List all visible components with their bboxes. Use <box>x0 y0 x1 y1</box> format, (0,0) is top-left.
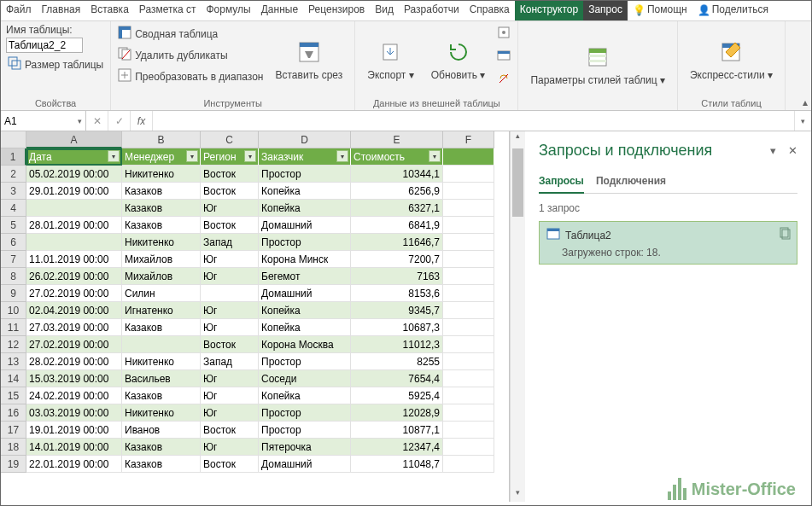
cell[interactable]: 27.03.2019 00:00 <box>26 319 122 336</box>
cell[interactable]: Казаков <box>122 387 201 404</box>
cell[interactable] <box>443 200 494 217</box>
row-header[interactable]: 11 <box>1 319 26 336</box>
name-box[interactable]: A1 ▾ <box>1 111 86 131</box>
filter-arrow-icon[interactable]: ▾ <box>429 150 441 162</box>
cell[interactable]: Корона Москва <box>259 336 351 353</box>
accept-formula-button[interactable]: ✓ <box>108 111 131 131</box>
cell[interactable] <box>443 183 494 200</box>
cell[interactable] <box>443 251 494 268</box>
tab-formulas[interactable]: Формулы <box>202 1 256 20</box>
cell[interactable]: 11012,3 <box>351 336 443 353</box>
row-header[interactable]: 4 <box>1 200 26 217</box>
queries-tab[interactable]: Запросы <box>539 172 584 194</box>
cell[interactable]: Простор <box>259 404 351 422</box>
table-header-cell[interactable]: Дата▾ <box>26 148 122 166</box>
row-header[interactable]: 17 <box>1 422 26 439</box>
tab-review[interactable]: Рецензиров <box>303 1 370 20</box>
convert-to-range-button[interactable]: Преобразовать в диапазон <box>116 67 265 86</box>
cell[interactable] <box>443 302 494 319</box>
scrollbar-thumb[interactable] <box>512 148 523 217</box>
cell[interactable]: 11646,7 <box>351 234 443 251</box>
cell[interactable]: Копейка <box>259 200 351 217</box>
query-item[interactable]: Таблица2 Загружено строк: 18. <box>539 221 797 265</box>
col-header-D[interactable]: D <box>259 131 351 148</box>
filter-arrow-icon[interactable]: ▾ <box>186 150 198 162</box>
export-button[interactable]: Экспорт ▾ <box>360 24 420 96</box>
resize-table-button[interactable]: Размер таблицы <box>6 55 105 74</box>
expand-formula-bar-button[interactable]: ▾ <box>794 111 811 131</box>
cell[interactable]: Восток <box>201 183 259 200</box>
cell[interactable]: Юг <box>201 439 259 456</box>
cell[interactable]: Восток <box>201 217 259 234</box>
cell[interactable]: 28.02.2019 00:00 <box>26 353 122 370</box>
cell[interactable]: 8153,6 <box>351 285 443 302</box>
cell[interactable]: Юг <box>201 302 259 319</box>
cell[interactable]: Михайлов <box>122 251 201 268</box>
cell[interactable]: Простор <box>259 234 351 251</box>
cell[interactable]: 11048,7 <box>351 456 443 473</box>
col-header-F[interactable]: F <box>443 131 494 148</box>
cell[interactable] <box>443 268 494 285</box>
cell[interactable]: 03.03.2019 00:00 <box>26 404 122 422</box>
cell[interactable]: 26.02.2019 00:00 <box>26 268 122 285</box>
cell[interactable]: 7654,4 <box>351 370 443 387</box>
cell[interactable]: Соседи <box>259 370 351 387</box>
table-name-input[interactable] <box>6 38 83 53</box>
cell[interactable] <box>443 285 494 302</box>
cell[interactable]: 27.02.2019 00:00 <box>26 285 122 302</box>
tab-share[interactable]: 👤Поделиться <box>692 1 774 20</box>
cell[interactable] <box>201 285 259 302</box>
cell[interactable]: Копейка <box>259 183 351 200</box>
tab-layout[interactable]: Разметка ст <box>134 1 202 20</box>
cell[interactable]: 19.01.2019 00:00 <box>26 422 122 439</box>
cell[interactable] <box>443 353 494 370</box>
cell[interactable]: Юг <box>201 319 259 336</box>
row-header[interactable]: 14 <box>1 370 26 387</box>
row-header[interactable]: 9 <box>1 285 26 302</box>
row-header[interactable]: 10 <box>1 302 26 319</box>
table-header-cell[interactable]: Менеджер▾ <box>122 148 201 166</box>
cell[interactable]: 8255 <box>351 353 443 370</box>
cell[interactable]: Казаков <box>122 217 201 234</box>
cell[interactable] <box>26 200 122 217</box>
cell[interactable]: Никитенко <box>122 234 201 251</box>
cell[interactable]: Запад <box>201 234 259 251</box>
cell[interactable]: 10687,3 <box>351 319 443 336</box>
cell[interactable] <box>443 439 494 456</box>
cell[interactable]: 14.01.2019 00:00 <box>26 439 122 456</box>
query-peek-icon[interactable] <box>778 227 792 243</box>
row-header[interactable]: 12 <box>1 336 26 353</box>
properties-button[interactable] <box>495 24 512 44</box>
row-header[interactable]: 15 <box>1 387 26 404</box>
tab-help[interactable]: Справка <box>464 1 515 20</box>
cell[interactable]: Корона Минск <box>259 251 351 268</box>
cell[interactable]: 6327,1 <box>351 200 443 217</box>
cell[interactable]: Казаков <box>122 319 201 336</box>
cell[interactable]: Бегемот <box>259 268 351 285</box>
cell[interactable] <box>443 217 494 234</box>
filter-arrow-icon[interactable]: ▾ <box>336 150 348 162</box>
cell[interactable]: Запад <box>201 353 259 370</box>
col-header-B[interactable]: B <box>122 131 201 148</box>
cell[interactable]: Восток <box>201 336 259 353</box>
cell[interactable]: Никитенко <box>122 166 201 183</box>
remove-duplicates-button[interactable]: Удалить дубликаты <box>116 45 265 65</box>
cell[interactable]: Никитенко <box>122 404 201 422</box>
cells-area[interactable]: Дата▾Менеджер▾Регион▾Заказчик▾Стоимость▾… <box>26 148 509 502</box>
cell[interactable]: Юг <box>201 268 259 285</box>
cell[interactable] <box>122 336 201 353</box>
cell[interactable]: Копейка <box>259 302 351 319</box>
cell[interactable]: 28.01.2019 00:00 <box>26 217 122 234</box>
formula-input[interactable] <box>153 111 794 131</box>
cell[interactable]: 11.01.2019 00:00 <box>26 251 122 268</box>
filter-arrow-icon[interactable]: ▾ <box>244 150 256 162</box>
cell[interactable]: 27.02.2019 00:00 <box>26 336 122 353</box>
cell[interactable]: Домашний <box>259 285 351 302</box>
row-header[interactable]: 18 <box>1 439 26 456</box>
cell[interactable]: Никитенко <box>122 353 201 370</box>
cell[interactable]: 12347,4 <box>351 439 443 456</box>
table-header-cell[interactable]: Стоимость▾ <box>351 148 443 166</box>
tab-tellme[interactable]: 💡Помощн <box>628 1 692 20</box>
cell[interactable]: Простор <box>259 353 351 370</box>
cell[interactable]: 5925,4 <box>351 387 443 404</box>
